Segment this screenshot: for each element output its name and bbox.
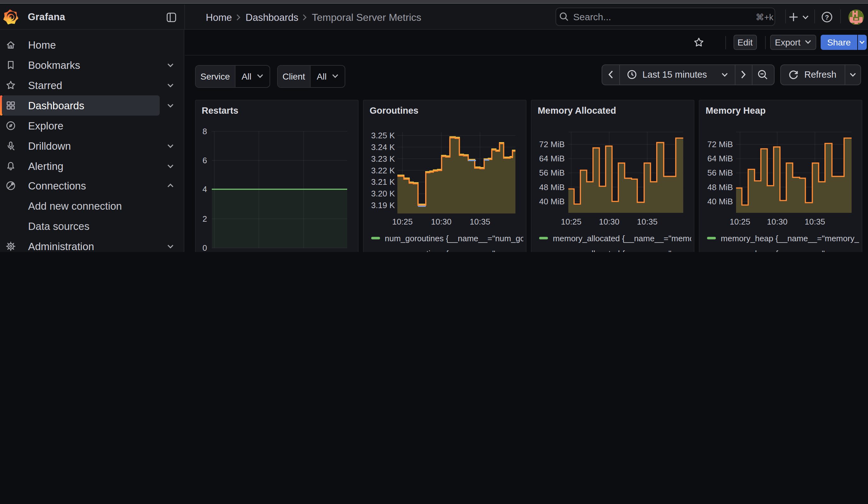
svg-text:3.22 K: 3.22 K (371, 166, 395, 175)
svg-text:10:30: 10:30 (431, 217, 451, 226)
svg-text:72 MiB: 72 MiB (539, 140, 564, 149)
svg-text:64 MiB: 64 MiB (707, 154, 733, 163)
svg-text:10:25: 10:25 (560, 217, 581, 226)
svg-text:10:25: 10:25 (730, 217, 750, 226)
svg-text:0: 0 (202, 243, 207, 252)
svg-text:48 MiB: 48 MiB (539, 183, 564, 192)
svg-text:2: 2 (202, 214, 207, 224)
svg-text:?: ? (825, 13, 829, 21)
svg-text:3.24 K: 3.24 K (371, 142, 395, 152)
svg-text:10:35: 10:35 (637, 217, 657, 226)
svg-text:3.19 K: 3.19 K (371, 200, 395, 210)
svg-text:56 MiB: 56 MiB (707, 168, 733, 177)
svg-text:72 MiB: 72 MiB (707, 140, 733, 149)
svg-text:40 MiB: 40 MiB (707, 197, 733, 206)
svg-text:3.25 K: 3.25 K (371, 131, 395, 140)
svg-text:40 MiB: 40 MiB (539, 197, 564, 206)
svg-text:10:25: 10:25 (392, 217, 412, 226)
svg-text:48 MiB: 48 MiB (707, 183, 733, 192)
svg-text:10:35: 10:35 (469, 217, 490, 226)
svg-text:56 MiB: 56 MiB (539, 168, 564, 177)
svg-text:10:30: 10:30 (599, 217, 619, 226)
svg-text:10:30: 10:30 (767, 217, 787, 226)
svg-text:64 MiB: 64 MiB (539, 154, 564, 163)
svg-text:4: 4 (202, 184, 207, 194)
svg-text:10:35: 10:35 (805, 217, 825, 226)
svg-text:3.23 K: 3.23 K (371, 154, 395, 164)
svg-text:6: 6 (202, 156, 207, 165)
svg-text:8: 8 (202, 127, 207, 136)
svg-text:3.20 K: 3.20 K (371, 189, 395, 198)
svg-text:3.21 K: 3.21 K (371, 177, 395, 187)
